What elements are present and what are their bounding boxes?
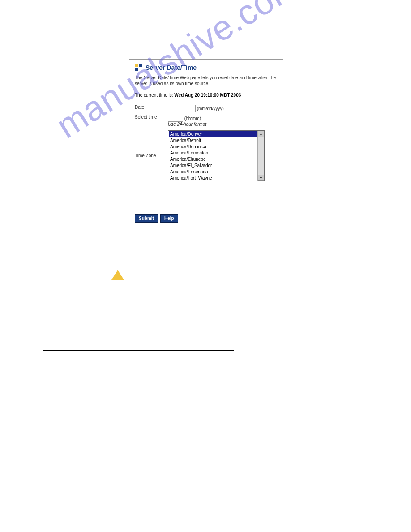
panel-description: The Server Date/Time Web page lets you r… — [135, 75, 277, 86]
logo-icon — [135, 64, 142, 71]
timezone-option[interactable]: America/El_Salvador — [169, 163, 257, 169]
panel-header: Server Date/Time — [135, 64, 277, 71]
time-hint: (hh:mm) — [184, 116, 201, 121]
date-input[interactable] — [168, 105, 196, 112]
current-time-line: The current time is: Wed Aug 20 19:10:00… — [135, 93, 277, 98]
date-hint: (mm/dd/yyyy) — [197, 106, 224, 111]
timezone-row: Time Zone America/Denver America/Detroit… — [135, 129, 277, 181]
scroll-up-icon[interactable]: ▲ — [258, 131, 264, 137]
timezone-option[interactable]: America/Ensenada — [169, 169, 257, 175]
horizontal-rule — [43, 350, 234, 351]
timezone-options: America/Denver America/Detroit America/D… — [168, 131, 257, 181]
timezone-option[interactable]: America/Fort_Wayne — [169, 175, 257, 181]
server-datetime-panel: Server Date/Time The Server Date/Time We… — [129, 59, 283, 228]
timezone-label: Time Zone — [135, 153, 168, 158]
help-button[interactable]: Help — [160, 214, 178, 223]
panel-title: Server Date/Time — [146, 64, 197, 71]
date-label: Date — [135, 105, 168, 110]
date-row: Date (mm/dd/yyyy) — [135, 105, 277, 112]
warning-icon — [111, 270, 124, 280]
time-label: Select time — [135, 115, 168, 120]
button-row: Submit Help — [135, 214, 179, 223]
timezone-listbox[interactable]: America/Denver America/Detroit America/D… — [168, 130, 265, 181]
current-time-value: Wed Aug 20 19:10:00 MDT 2003 — [174, 93, 241, 98]
scrollbar[interactable]: ▲ ▼ — [257, 131, 264, 181]
scroll-down-icon[interactable]: ▼ — [258, 175, 264, 181]
current-time-label: The current time is: — [135, 93, 174, 98]
time-row: Select time (hh:mm) Use 24-hour format — [135, 115, 277, 127]
timezone-option[interactable]: America/Detroit — [169, 137, 257, 144]
submit-button[interactable]: Submit — [135, 214, 158, 223]
timezone-option[interactable]: America/Edmonton — [169, 150, 257, 156]
time-input[interactable] — [168, 115, 183, 122]
timezone-option[interactable]: America/Denver — [169, 131, 257, 137]
timezone-option[interactable]: America/Eirunepe — [169, 156, 257, 163]
time-format-note: Use 24-hour format — [168, 122, 277, 127]
timezone-option[interactable]: America/Dominica — [169, 144, 257, 150]
